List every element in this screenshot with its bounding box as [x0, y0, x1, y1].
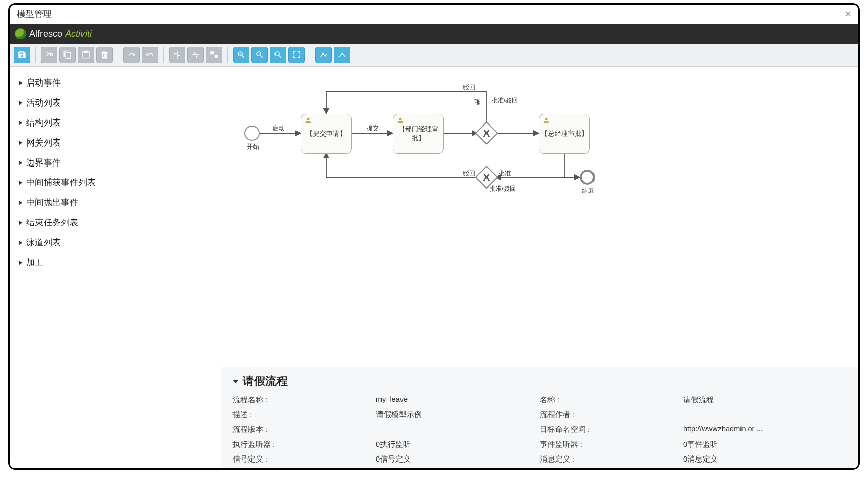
prop-key: 消息定义 : [540, 454, 683, 464]
zoom-in-button[interactable] [233, 47, 249, 63]
user-icon [396, 116, 405, 124]
bpmn-task-label: 【部门经理审批】 [393, 124, 443, 143]
palette-group-intermediate-throw[interactable]: 中间抛出事件 [17, 193, 214, 213]
prop-key: 流程名称 : [232, 395, 376, 405]
bpmn-end-event[interactable] [580, 170, 595, 185]
remove-bendpoint-button[interactable] [334, 47, 350, 63]
palette-group-activities[interactable]: 活动列表 [17, 93, 214, 113]
palette-group-label: 启动事件 [26, 77, 61, 89]
bpmn-task-general-manager[interactable]: 【总经理审批】 [539, 114, 590, 154]
trash-icon [100, 50, 109, 59]
cut-button[interactable] [41, 47, 57, 63]
close-icon[interactable]: × [845, 8, 851, 20]
cut-icon [45, 50, 54, 59]
prop-key: 事件监听器 : [540, 440, 683, 449]
prop-value-author[interactable] [683, 410, 847, 420]
palette-group-label: 加工 [26, 257, 44, 268]
zoom-actual-button[interactable] [270, 47, 286, 63]
chevron-right-icon [19, 220, 22, 225]
bpmn-start-event[interactable] [244, 126, 260, 141]
palette-group-label: 中间抛出事件 [26, 197, 78, 209]
prop-key: 执行监听器 : [232, 440, 376, 449]
chevron-right-icon [19, 120, 22, 126]
prop-value-name[interactable]: 请假流程 [683, 395, 847, 405]
paste-button[interactable] [78, 47, 94, 63]
align-vertical-icon [173, 50, 182, 59]
prop-key: 目标命名空间 : [540, 425, 683, 434]
prop-value-version[interactable] [376, 425, 540, 434]
prop-value-process-id[interactable]: my_leave [376, 395, 540, 405]
same-size-icon [209, 50, 219, 59]
same-size-button[interactable] [206, 47, 222, 63]
svg-point-0 [322, 53, 324, 54]
toolbar-separator [118, 47, 118, 63]
copy-icon [63, 50, 72, 59]
prop-value-namespace[interactable]: http://wwwzhadmin.or ... [683, 425, 847, 434]
bpmn-task-label: 【提交申请】 [306, 129, 346, 138]
gateway-label-1: 批准/驳回 [492, 96, 518, 105]
undo-button[interactable] [142, 47, 158, 63]
prop-key: 流程作者 : [540, 410, 683, 420]
prop-key: 名称 : [540, 395, 683, 405]
properties-panel: 请假流程 流程名称 : my_leave 名称 : 请假流程 描述 : 请假模型… [221, 367, 858, 468]
x-icon: X [479, 126, 494, 140]
palette-group-end-events[interactable]: 结束任务列表 [17, 213, 214, 233]
palette-group-boundary-events[interactable]: 边界事件 [17, 153, 214, 173]
chevron-right-icon [19, 80, 22, 86]
prop-value-signal-defs[interactable]: 0信号定义 [376, 454, 540, 464]
palette-group-structural[interactable]: 结构列表 [17, 113, 214, 133]
save-button[interactable] [14, 47, 30, 63]
alfresco-logo-icon [15, 28, 26, 39]
zoom-fit-button[interactable] [288, 47, 305, 63]
svg-point-1 [342, 53, 343, 54]
prop-key: 描述 : [232, 410, 376, 420]
chevron-right-icon [19, 240, 22, 245]
chevron-right-icon [19, 200, 22, 205]
prop-key: 流程版本 : [232, 425, 376, 434]
bpmn-task-dept-manager[interactable]: 【部门经理审批】 [393, 114, 444, 154]
palette-group-intermediate-catch[interactable]: 中间捕获事件列表 [17, 173, 214, 193]
save-icon [17, 50, 27, 59]
align-horizontal-button[interactable] [187, 47, 204, 63]
flow-connections [221, 67, 858, 367]
palette-group-artifacts[interactable]: 加工 [17, 253, 214, 273]
palette-group-gateways[interactable]: 网关列表 [17, 133, 214, 153]
main-area: 启动事件 活动列表 结构列表 网关列表 边界事件 中间捕获事件列表 中间抛出事件… [10, 67, 858, 468]
undo-icon [145, 50, 155, 59]
palette-group-label: 结构列表 [26, 117, 61, 129]
brand-text: Alfresco Activiti [29, 29, 92, 39]
flow-label-reject2: 驳回 [463, 169, 475, 178]
zoom-out-button[interactable] [251, 47, 268, 63]
palette-group-swimlanes[interactable]: 泳道列表 [17, 233, 214, 253]
prop-value-event-listeners[interactable]: 0事件监听 [683, 440, 847, 449]
paste-icon [81, 50, 91, 59]
bpmn-task-submit[interactable]: 【提交申请】 [301, 114, 352, 154]
prop-value-message-defs[interactable]: 0消息定义 [683, 454, 847, 464]
bpmn-start-label: 开始 [247, 142, 259, 151]
prop-value-exec-listeners[interactable]: 0执行监听 [376, 440, 540, 449]
toolbar [10, 44, 858, 67]
delete-button[interactable] [96, 47, 113, 63]
flow-label-submit: 提交 [367, 124, 379, 133]
redo-button[interactable] [123, 47, 140, 63]
properties-header[interactable]: 请假流程 [232, 373, 847, 389]
flow-label-approve2: 批准 [499, 169, 511, 178]
palette-group-label: 活动列表 [26, 97, 61, 109]
x-icon: X [479, 170, 494, 184]
branding-bar: Alfresco Activiti [10, 24, 858, 44]
prop-key: 信号定义 : [232, 454, 376, 464]
add-bendpoint-button[interactable] [315, 47, 332, 63]
chevron-right-icon [19, 140, 22, 146]
palette-group-start-events[interactable]: 启动事件 [17, 73, 214, 93]
bpmn-canvas[interactable]: 开始 启动 【提交申请】 提交 【部门经理审批】 X 驳回 批准 批准/驳回 [221, 67, 858, 367]
zoom-fit-icon [292, 50, 301, 59]
redo-icon [127, 50, 136, 59]
chevron-right-icon [19, 100, 22, 106]
chevron-right-icon [19, 180, 22, 185]
copy-button[interactable] [59, 47, 76, 63]
bpmn-end-label: 结束 [582, 186, 594, 195]
prop-value-description[interactable]: 请假模型示例 [376, 410, 540, 420]
bpmn-gateway-1[interactable]: X [475, 121, 498, 144]
align-vertical-button[interactable] [169, 47, 185, 63]
zoom-out-icon [255, 50, 264, 59]
